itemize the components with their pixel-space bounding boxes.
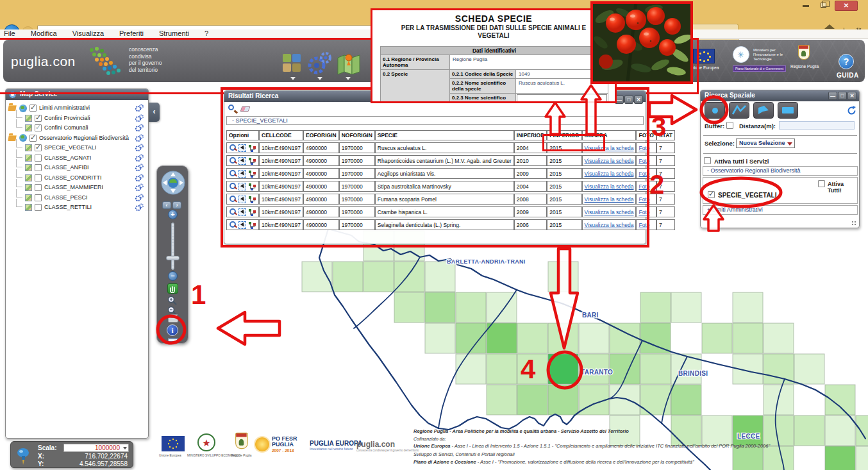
species-grid-cell[interactable]	[456, 323, 486, 353]
foto-link[interactable]: Foto	[638, 145, 649, 151]
buffer-checkbox[interactable]	[726, 122, 733, 129]
zoom-to-feature-icon[interactable]	[229, 182, 237, 190]
species-grid-cell[interactable]	[394, 292, 424, 323]
window-minimize-button[interactable]	[803, 5, 809, 7]
species-grid-cell[interactable]	[487, 385, 517, 415]
foto-link[interactable]: Foto	[638, 171, 649, 177]
results-group-header[interactable]: - SPECIE_VEGETALI	[226, 116, 644, 125]
zoom-to-feature-icon[interactable]	[229, 195, 237, 203]
results-clear-icon[interactable]	[240, 106, 251, 112]
species-grid-cell[interactable]	[794, 354, 824, 384]
species-grid-cell[interactable]	[610, 385, 640, 415]
feature-relations-icon[interactable]	[248, 183, 256, 190]
visualizza-scheda-link[interactable]: Visualizza la scheda	[585, 222, 634, 228]
menu-item-modifica[interactable]: Modifica	[31, 29, 57, 37]
zoom-in-box-button[interactable]	[167, 296, 178, 305]
distanza-input[interactable]	[779, 121, 855, 130]
species-grid-cell[interactable]	[640, 354, 671, 384]
guida-help-icon[interactable]: ?	[839, 54, 854, 69]
gears-dropdown-caret[interactable]	[317, 77, 322, 80]
layer-checkbox[interactable]	[35, 115, 42, 122]
layer-checkbox[interactable]	[35, 164, 42, 171]
foto-link[interactable]: Foto	[638, 196, 649, 203]
identify-info-button[interactable]: i	[167, 324, 178, 336]
panel-resize-handle[interactable]	[851, 221, 856, 226]
species-grid-cell[interactable]	[363, 262, 394, 292]
results-search-icon[interactable]	[228, 105, 234, 110]
species-grid-cell[interactable]	[764, 323, 794, 353]
pan-compass-control[interactable]	[160, 170, 186, 196]
foto-link[interactable]: Foto	[638, 158, 649, 164]
select-feature-icon[interactable]	[238, 157, 246, 165]
select-feature-icon[interactable]	[238, 196, 246, 203]
tiles-dropdown-caret[interactable]	[290, 77, 296, 80]
refresh-icon[interactable]	[847, 106, 856, 115]
zoom-to-feature-icon[interactable]	[229, 156, 237, 165]
visualizza-scheda-link[interactable]: Visualizza la scheda	[585, 158, 634, 164]
pushpin-icon[interactable]	[16, 447, 33, 466]
foto-link[interactable]: Foto	[638, 222, 649, 228]
ricerca-maximize-button[interactable]: □	[838, 92, 847, 100]
species-grid-cell[interactable]	[671, 292, 701, 323]
species-grid-cell[interactable]	[456, 292, 486, 323]
layer-checkbox[interactable]	[35, 184, 42, 191]
species-grid-cell[interactable]	[579, 323, 609, 353]
attiva-tutti-checkbox[interactable]	[818, 180, 825, 187]
layer-checkbox[interactable]	[35, 124, 42, 131]
species-grid-cell[interactable]	[671, 385, 701, 415]
pan-hand-button[interactable]	[167, 283, 178, 294]
panel-collapse-tab[interactable]: ‹	[149, 103, 160, 122]
species-grid-cell[interactable]	[548, 354, 578, 384]
menu-item-visualizza[interactable]: Visualizza	[72, 29, 104, 37]
species-grid-cell[interactable]	[702, 323, 732, 353]
visualizza-scheda-link[interactable]: Visualizza la scheda	[585, 145, 634, 151]
menu-item-strumenti[interactable]: Strumenti	[159, 29, 189, 37]
zoom-in-button[interactable]: +	[168, 210, 178, 219]
folder-icon[interactable]	[8, 135, 17, 141]
visualizza-scheda-link[interactable]: Visualizza la scheda	[585, 183, 634, 190]
feature-relations-icon[interactable]	[248, 144, 256, 152]
measure-button[interactable]	[168, 338, 178, 344]
zoom-slider-thumb[interactable]	[166, 256, 179, 260]
visualizza-scheda-link[interactable]: Visualizza la scheda	[585, 171, 634, 177]
visualizza-scheda-link[interactable]: Visualizza la scheda	[585, 196, 634, 203]
mappin-dropdown-caret[interactable]	[346, 77, 351, 80]
print-button[interactable]	[168, 315, 178, 323]
zoom-slider-track[interactable]	[171, 222, 174, 270]
specie-vegetali-checkbox[interactable]	[708, 191, 715, 198]
species-grid-cell[interactable]	[487, 323, 517, 353]
species-grid-cell[interactable]	[548, 323, 578, 353]
feature-relations-icon[interactable]	[248, 208, 256, 216]
results-maximize-button[interactable]: □	[624, 96, 633, 104]
species-grid-cell[interactable]	[456, 354, 486, 384]
species-grid-cell[interactable]	[487, 354, 517, 384]
select-polygon-tool[interactable]	[753, 102, 774, 119]
prev-extent-button[interactable]: ‹	[162, 201, 171, 209]
tools-gears-icon[interactable]	[307, 51, 333, 76]
layer-checkbox[interactable]	[35, 144, 42, 151]
layer-checkbox[interactable]	[29, 105, 37, 112]
osservatorio-group-header[interactable]: - Osservatorio Regionali Biodiversità	[703, 166, 858, 176]
next-extent-button[interactable]: ›	[172, 201, 181, 209]
species-grid-cell[interactable]	[517, 323, 547, 353]
species-grid-cell[interactable]	[825, 385, 855, 415]
field-023-input[interactable]	[517, 94, 607, 103]
zoom-to-feature-icon[interactable]	[229, 169, 237, 178]
species-grid-cell[interactable]	[733, 292, 763, 323]
scala-dropdown[interactable]: 1000000	[63, 444, 129, 452]
select-feature-icon[interactable]	[238, 221, 246, 229]
attiva-servizi-checkbox[interactable]	[704, 157, 711, 164]
map-tiles-icon[interactable]	[283, 54, 301, 72]
ricerca-minimize-button[interactable]: —	[828, 92, 837, 100]
select-line-tool[interactable]	[729, 102, 749, 119]
feature-relations-icon[interactable]	[248, 196, 256, 203]
species-grid-cell[interactable]	[764, 354, 794, 384]
zoom-to-feature-icon[interactable]	[229, 208, 237, 216]
selezione-dropdown[interactable]: Nuova Selezione	[736, 138, 795, 148]
window-restore-button[interactable]	[821, 3, 826, 8]
layer-checkbox[interactable]	[29, 135, 37, 142]
feature-relations-icon[interactable]	[248, 157, 256, 165]
folder-icon[interactable]	[8, 105, 17, 111]
species-grid-cell[interactable]	[548, 262, 578, 292]
species-grid-cell[interactable]	[517, 354, 547, 384]
